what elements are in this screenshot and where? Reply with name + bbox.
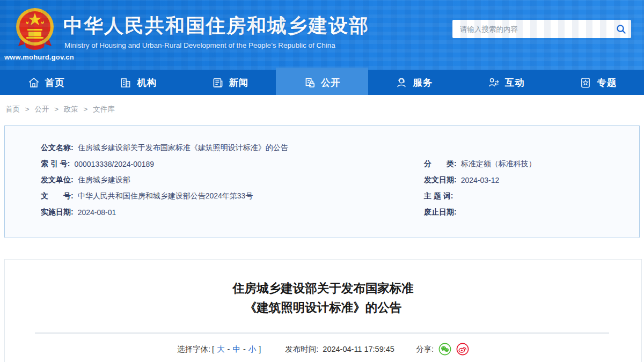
nav-item-service[interactable]: 服务 (368, 70, 460, 95)
site-title-cn: 中华人民共和国住房和城乡建设部 (63, 13, 369, 39)
national-emblem-icon (14, 6, 56, 53)
interaction-icon (487, 76, 500, 89)
nav-item-home[interactable]: 首页 (0, 70, 92, 95)
meta-row: 实施日期: 2024-08-01 废止日期: (5, 204, 639, 220)
share-label: 分享: (416, 344, 434, 354)
publish-time-value: 2024-04-11 17:59:45 (323, 345, 394, 353)
meta-row: 发文单位: 住房城乡建设部 发文日期: 2024-03-12 (5, 172, 639, 188)
search-icon[interactable] (611, 20, 631, 38)
document-meta-panel: 公文名称: 住房城乡建设部关于发布国家标准《建筑照明设计标准》的公告 索 引 号… (4, 125, 640, 238)
site-header: www.mohurd.gov.cn 中华人民共和国住房和城乡建设部 Minist… (0, 0, 644, 70)
nav-item-topics[interactable]: 专题 (552, 70, 644, 95)
breadcrumb: 首页 > 公开 > 政策 > 文件库 (5, 105, 644, 114)
service-icon (395, 76, 408, 89)
meta-row: 索 引 号: 000013338/2024-00189 分 类: 标准定额（标准… (5, 156, 639, 172)
news-icon (211, 76, 224, 89)
font-select-label: 选择字体: (177, 344, 210, 354)
breadcrumb-library[interactable]: 文件库 (93, 105, 115, 113)
search-bar (452, 20, 631, 38)
home-icon (27, 76, 40, 89)
nav-item-interaction[interactable]: 互动 (460, 70, 552, 95)
share-group: 分享: (416, 343, 469, 356)
weibo-icon[interactable] (456, 343, 469, 356)
nav-item-disclosure[interactable]: 公开 (276, 68, 368, 95)
nav-item-news[interactable]: 新闻 (184, 70, 276, 95)
meta-row: 文 号: 中华人民共和国住房和城乡建设部公告2024年第33号 主 题 词: (5, 188, 639, 204)
publish-time-label: 发布时间: (285, 344, 318, 354)
article-info-row: 选择字体: [ 大 - 中 - 小 ] 发布时间: 2024-04-11 17:… (5, 343, 641, 356)
title-divider (35, 333, 609, 334)
topics-icon (579, 76, 592, 89)
font-size-large[interactable]: 大 (217, 344, 225, 354)
organization-icon (119, 76, 132, 89)
disclosure-icon (303, 76, 316, 89)
font-size-small[interactable]: 小 (248, 344, 257, 354)
site-url: www.mohurd.gov.cn (4, 53, 73, 61)
search-input[interactable] (452, 20, 611, 38)
article-panel: 住房城乡建设部关于发布国家标准 《建筑照明设计标准》的公告 选择字体: [ 大 … (4, 259, 642, 362)
breadcrumb-policy[interactable]: 政策 (64, 105, 78, 113)
breadcrumb-home[interactable]: 首页 (5, 105, 20, 113)
nav-item-organization[interactable]: 机构 (92, 70, 184, 95)
article-title: 住房城乡建设部关于发布国家标准 《建筑照明设计标准》的公告 (5, 279, 641, 317)
breadcrumb-disclosure[interactable]: 公开 (34, 105, 49, 113)
meta-row-name: 公文名称: 住房城乡建设部关于发布国家标准《建筑照明设计标准》的公告 (5, 140, 639, 156)
site-title-en: Ministry of Housing and Urban-Rural Deve… (64, 41, 335, 49)
wechat-icon[interactable] (438, 343, 451, 356)
main-nav: 首页 机构 新闻 公开 (0, 70, 644, 95)
font-size-medium[interactable]: 中 (232, 344, 240, 354)
